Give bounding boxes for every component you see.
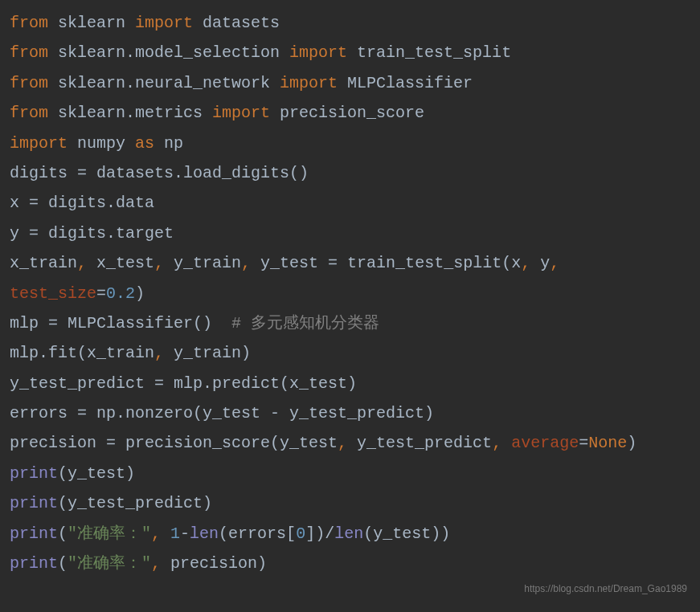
code-token: , xyxy=(550,254,569,272)
code-token: x_train xyxy=(10,254,77,272)
code-token: y xyxy=(540,254,550,272)
code-line: from sklearn import datasets xyxy=(10,8,690,38)
code-token: 0.2 xyxy=(106,284,135,303)
code-token: y = digits.target xyxy=(10,224,174,243)
code-token: , xyxy=(151,524,170,543)
code-token: y_test_predict = mlp.predict(x_test) xyxy=(10,374,357,393)
code-token: x = digits.data xyxy=(10,194,154,212)
code-token: , xyxy=(492,434,511,452)
code-token: print xyxy=(10,494,58,512)
code-token: ) xyxy=(627,434,637,452)
code-line: x_train, x_test, y_train, y_test = train… xyxy=(10,248,690,308)
code-token: numpy xyxy=(68,134,135,153)
code-token: import xyxy=(10,134,68,153)
code-line: print("准确率：", precision) xyxy=(10,549,690,578)
code-token: = xyxy=(579,434,588,452)
code-token: import xyxy=(289,43,347,62)
code-token: y_test_predict xyxy=(357,434,492,452)
code-token: len xyxy=(334,524,363,543)
code-token: test_size xyxy=(10,284,96,303)
code-token: datasets xyxy=(193,14,280,32)
code-token: as xyxy=(135,134,154,153)
code-line: print(y_test_predict) xyxy=(10,488,690,518)
code-token: print xyxy=(10,554,58,573)
code-token: print xyxy=(10,464,58,483)
code-token: , xyxy=(338,434,357,452)
code-token: np xyxy=(154,134,183,153)
code-line: precision = precision_score(y_test, y_te… xyxy=(10,428,690,458)
code-token: - xyxy=(180,524,190,543)
code-line: digits = datasets.load_digits() xyxy=(10,158,690,188)
code-token: from xyxy=(10,104,48,122)
code-token: errors = np.nonzero(y_test - y_test_pred… xyxy=(10,404,434,422)
code-token: sklearn.neural_network xyxy=(48,74,280,92)
code-token: average xyxy=(511,434,579,452)
code-token: # 多元感知机分类器 xyxy=(231,314,379,333)
code-line: errors = np.nonzero(y_test - y_test_pred… xyxy=(10,398,690,428)
code-token: mlp = MLPClassifier() xyxy=(10,314,231,333)
code-token: import xyxy=(135,14,193,32)
code-line: y_test_predict = mlp.predict(x_test) xyxy=(10,369,690,398)
code-line: print(y_test) xyxy=(10,459,690,488)
code-token: "准确率：" xyxy=(68,524,151,543)
code-token: sklearn.metrics xyxy=(48,104,212,122)
code-token: ( xyxy=(58,524,68,543)
code-token: from xyxy=(10,74,48,92)
code-token: , xyxy=(154,344,174,362)
code-token: from xyxy=(10,43,48,62)
code-token: , xyxy=(77,254,96,272)
code-line: import numpy as np xyxy=(10,129,690,158)
code-token: y_train) xyxy=(174,344,251,362)
code-token: , xyxy=(154,254,174,272)
code-token: x_test xyxy=(96,254,154,272)
code-token: (y_test_predict) xyxy=(58,494,212,512)
code-token: y_test = train_test_split(x xyxy=(260,254,521,272)
code-line: y = digits.target xyxy=(10,218,690,248)
code-line: x = digits.data xyxy=(10,188,690,218)
code-token: print xyxy=(10,524,58,543)
code-token: ( xyxy=(58,554,68,573)
code-token: None xyxy=(588,434,627,452)
code-line: mlp = MLPClassifier() # 多元感知机分类器 xyxy=(10,308,690,338)
code-line: from sklearn.metrics import precision_sc… xyxy=(10,98,690,128)
code-token: digits = datasets.load_digits() xyxy=(10,164,309,182)
watermark-text: https://blog.csdn.net/Dream_Gao1989 xyxy=(524,580,687,598)
code-token: = xyxy=(96,284,106,303)
code-token: (errors[ xyxy=(219,524,296,543)
code-line: mlp.fit(x_train, y_train) xyxy=(10,338,690,368)
code-token: from xyxy=(10,14,48,32)
code-token: sklearn.model_selection xyxy=(48,43,289,62)
code-token: sklearn xyxy=(48,14,135,32)
code-token: precision) xyxy=(170,554,267,573)
code-token: import xyxy=(280,74,338,92)
code-token: , xyxy=(521,254,540,272)
code-token: import xyxy=(212,104,270,122)
code-token: precision_score xyxy=(270,104,424,122)
code-token: (y_test)) xyxy=(363,524,450,543)
code-token: ])/ xyxy=(305,524,334,543)
code-token: y_train xyxy=(174,254,241,272)
code-token: train_test_split xyxy=(347,43,511,62)
code-token: "准确率：" xyxy=(68,554,151,573)
code-token: 0 xyxy=(296,524,305,543)
code-token: , xyxy=(241,254,260,272)
code-token: MLPClassifier xyxy=(338,74,473,92)
code-line: from sklearn.model_selection import trai… xyxy=(10,38,690,67)
code-token: len xyxy=(190,524,219,543)
code-line: from sklearn.neural_network import MLPCl… xyxy=(10,68,690,98)
code-token: 1 xyxy=(170,524,180,543)
code-token: mlp.fit(x_train xyxy=(10,344,154,362)
code-token: , xyxy=(151,554,170,573)
code-editor: from sklearn import datasetsfrom sklearn… xyxy=(10,8,690,578)
code-token: precision = precision_score(y_test xyxy=(10,434,338,452)
code-token: ) xyxy=(135,284,145,303)
code-line: print("准确率：", 1-len(errors[0])/len(y_tes… xyxy=(10,519,690,549)
code-token: (y_test) xyxy=(58,464,135,483)
